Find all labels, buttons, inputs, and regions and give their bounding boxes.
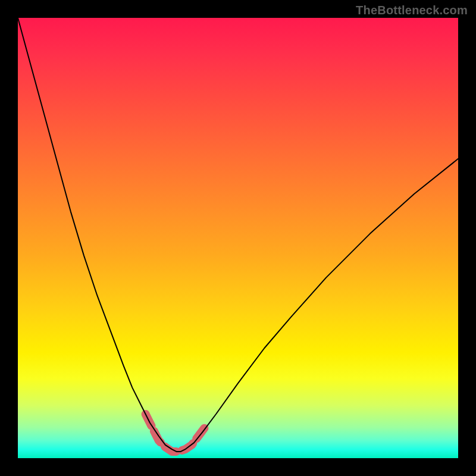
curve-overlay — [18, 18, 458, 458]
chart-frame: TheBottleneck.com — [0, 0, 476, 476]
watermark-text: TheBottleneck.com — [356, 4, 468, 17]
valley-highlight — [146, 414, 205, 452]
plot-area — [18, 18, 458, 458]
bottleneck-curve — [18, 18, 458, 452]
